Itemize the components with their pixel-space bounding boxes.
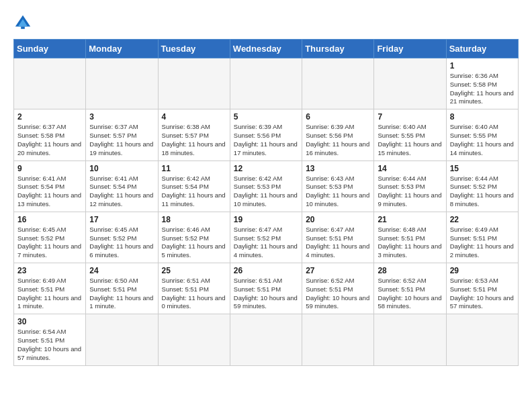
calendar-day-cell [86,314,158,365]
calendar-day-cell [158,314,230,365]
day-info: Sunrise: 6:48 AM Sunset: 5:51 PM Dayligh… [378,226,442,260]
day-info: Sunrise: 6:47 AM Sunset: 5:52 PM Dayligh… [234,226,298,260]
day-number: 26 [234,266,298,275]
day-info: Sunrise: 6:42 AM Sunset: 5:53 PM Dayligh… [234,175,298,209]
day-number: 13 [306,164,370,173]
calendar-day-cell: 14Sunrise: 6:44 AM Sunset: 5:53 PM Dayli… [374,161,446,212]
calendar-day-cell: 9Sunrise: 6:41 AM Sunset: 5:54 PM Daylig… [14,161,86,212]
day-number: 19 [234,215,298,224]
day-info: Sunrise: 6:38 AM Sunset: 5:57 PM Dayligh… [162,123,226,157]
calendar-day-cell [302,314,374,365]
calendar-day-cell [230,58,302,109]
day-info: Sunrise: 6:45 AM Sunset: 5:52 PM Dayligh… [89,226,154,260]
calendar-day-cell [14,58,86,109]
day-info: Sunrise: 6:41 AM Sunset: 5:54 PM Dayligh… [89,175,154,209]
day-number: 7 [378,112,442,122]
day-info: Sunrise: 6:39 AM Sunset: 5:56 PM Dayligh… [234,123,298,157]
calendar-day-cell: 4Sunrise: 6:38 AM Sunset: 5:57 PM Daylig… [158,109,230,161]
day-number: 6 [306,112,370,122]
calendar-day-cell [158,58,230,109]
calendar-table: SundayMondayTuesdayWednesdayThursdayFrid… [13,39,519,366]
day-info: Sunrise: 6:51 AM Sunset: 5:51 PM Dayligh… [234,277,298,311]
calendar-day-cell: 22Sunrise: 6:49 AM Sunset: 5:51 PM Dayli… [446,212,518,263]
calendar-day-cell: 27Sunrise: 6:52 AM Sunset: 5:51 PM Dayli… [302,263,374,314]
day-number: 11 [162,164,226,173]
calendar-day-cell [374,314,446,365]
day-number: 1 [450,61,515,71]
logo [13,13,38,32]
day-info: Sunrise: 6:47 AM Sunset: 5:51 PM Dayligh… [306,226,370,260]
day-number: 2 [17,112,82,122]
day-info: Sunrise: 6:40 AM Sunset: 5:55 PM Dayligh… [378,123,442,157]
calendar-week-row: 30Sunrise: 6:54 AM Sunset: 5:51 PM Dayli… [14,314,519,365]
calendar-week-row: 16Sunrise: 6:45 AM Sunset: 5:52 PM Dayli… [14,212,519,263]
calendar-day-cell: 17Sunrise: 6:45 AM Sunset: 5:52 PM Dayli… [86,212,158,263]
day-info: Sunrise: 6:42 AM Sunset: 5:54 PM Dayligh… [162,175,226,209]
day-number: 4 [162,112,226,122]
day-number: 10 [89,164,154,173]
calendar-day-cell: 13Sunrise: 6:43 AM Sunset: 5:53 PM Dayli… [302,161,374,212]
calendar-day-cell: 8Sunrise: 6:40 AM Sunset: 5:55 PM Daylig… [446,109,518,161]
day-info: Sunrise: 6:44 AM Sunset: 5:52 PM Dayligh… [450,175,515,209]
calendar-day-cell: 2Sunrise: 6:37 AM Sunset: 5:58 PM Daylig… [14,109,86,161]
calendar-day-cell: 3Sunrise: 6:37 AM Sunset: 5:57 PM Daylig… [86,109,158,161]
day-number: 18 [162,215,226,224]
day-info: Sunrise: 6:50 AM Sunset: 5:51 PM Dayligh… [89,277,154,311]
day-info: Sunrise: 6:45 AM Sunset: 5:52 PM Dayligh… [17,226,82,260]
day-number: 24 [89,266,154,275]
day-number: 23 [17,266,82,275]
day-info: Sunrise: 6:49 AM Sunset: 5:51 PM Dayligh… [450,226,515,260]
calendar-day-cell: 15Sunrise: 6:44 AM Sunset: 5:52 PM Dayli… [446,161,518,212]
calendar-day-cell: 19Sunrise: 6:47 AM Sunset: 5:52 PM Dayli… [230,212,302,263]
calendar-day-cell [302,58,374,109]
day-info: Sunrise: 6:37 AM Sunset: 5:58 PM Dayligh… [17,123,82,157]
calendar-day-cell: 18Sunrise: 6:46 AM Sunset: 5:52 PM Dayli… [158,212,230,263]
calendar-day-cell: 28Sunrise: 6:52 AM Sunset: 5:51 PM Dayli… [374,263,446,314]
day-number: 16 [17,215,82,224]
weekday-header-saturday: Saturday [446,40,518,58]
calendar-day-cell: 23Sunrise: 6:49 AM Sunset: 5:51 PM Dayli… [14,263,86,314]
day-info: Sunrise: 6:44 AM Sunset: 5:53 PM Dayligh… [378,175,442,209]
calendar-day-cell: 6Sunrise: 6:39 AM Sunset: 5:56 PM Daylig… [302,109,374,161]
day-info: Sunrise: 6:46 AM Sunset: 5:52 PM Dayligh… [162,226,226,260]
day-number: 9 [17,164,82,173]
day-info: Sunrise: 6:54 AM Sunset: 5:51 PM Dayligh… [17,328,82,362]
day-number: 29 [450,266,515,275]
calendar-day-cell: 30Sunrise: 6:54 AM Sunset: 5:51 PM Dayli… [14,314,86,365]
weekday-header-thursday: Thursday [302,40,374,58]
calendar-day-cell [374,58,446,109]
svg-rect-2 [21,27,25,30]
weekday-header-wednesday: Wednesday [230,40,302,58]
calendar-week-row: 23Sunrise: 6:49 AM Sunset: 5:51 PM Dayli… [14,263,519,314]
day-info: Sunrise: 6:52 AM Sunset: 5:51 PM Dayligh… [306,277,370,311]
calendar-day-cell: 1Sunrise: 6:36 AM Sunset: 5:58 PM Daylig… [446,58,518,109]
calendar-day-cell: 16Sunrise: 6:45 AM Sunset: 5:52 PM Dayli… [14,212,86,263]
calendar-day-cell: 5Sunrise: 6:39 AM Sunset: 5:56 PM Daylig… [230,109,302,161]
calendar-day-cell [230,314,302,365]
day-number: 3 [89,112,154,122]
calendar-day-cell: 29Sunrise: 6:53 AM Sunset: 5:51 PM Dayli… [446,263,518,314]
calendar-day-cell: 10Sunrise: 6:41 AM Sunset: 5:54 PM Dayli… [86,161,158,212]
day-number: 8 [450,112,515,122]
calendar-week-row: 9Sunrise: 6:41 AM Sunset: 5:54 PM Daylig… [14,161,519,212]
weekday-header-row: SundayMondayTuesdayWednesdayThursdayFrid… [14,40,519,58]
calendar-day-cell: 24Sunrise: 6:50 AM Sunset: 5:51 PM Dayli… [86,263,158,314]
calendar-day-cell [86,58,158,109]
day-number: 17 [89,215,154,224]
calendar-day-cell: 26Sunrise: 6:51 AM Sunset: 5:51 PM Dayli… [230,263,302,314]
day-info: Sunrise: 6:49 AM Sunset: 5:51 PM Dayligh… [17,277,82,311]
day-info: Sunrise: 6:40 AM Sunset: 5:55 PM Dayligh… [450,123,515,157]
day-number: 25 [162,266,226,275]
day-info: Sunrise: 6:36 AM Sunset: 5:58 PM Dayligh… [450,72,515,106]
calendar-week-row: 2Sunrise: 6:37 AM Sunset: 5:58 PM Daylig… [14,109,519,161]
calendar-day-cell [446,314,518,365]
day-info: Sunrise: 6:41 AM Sunset: 5:54 PM Dayligh… [17,175,82,209]
calendar-week-row: 1Sunrise: 6:36 AM Sunset: 5:58 PM Daylig… [14,58,519,109]
day-info: Sunrise: 6:53 AM Sunset: 5:51 PM Dayligh… [450,277,515,311]
day-info: Sunrise: 6:52 AM Sunset: 5:51 PM Dayligh… [378,277,442,311]
day-number: 30 [17,317,82,326]
day-info: Sunrise: 6:51 AM Sunset: 5:51 PM Dayligh… [162,277,226,311]
calendar-day-cell: 25Sunrise: 6:51 AM Sunset: 5:51 PM Dayli… [158,263,230,314]
day-number: 20 [306,215,370,224]
day-info: Sunrise: 6:39 AM Sunset: 5:56 PM Dayligh… [306,123,370,157]
